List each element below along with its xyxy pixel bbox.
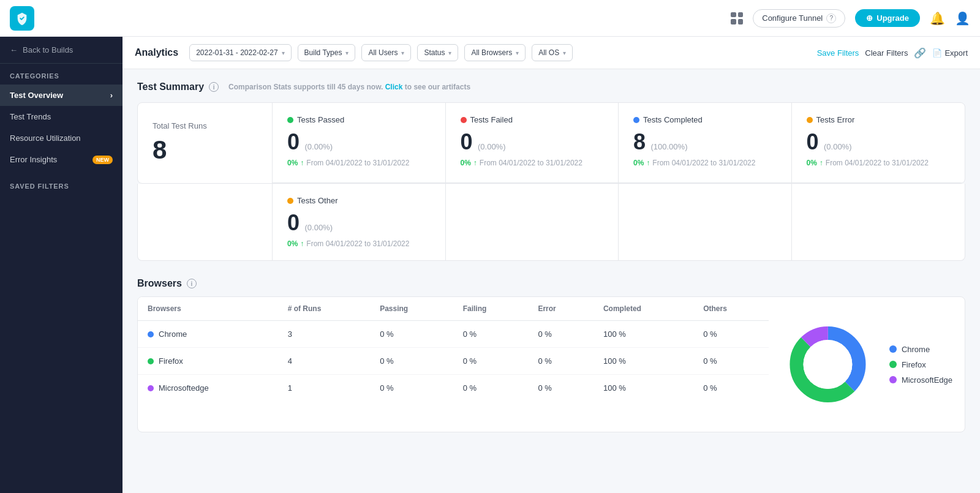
donut-hole — [804, 340, 853, 389]
upgrade-label: Upgrade — [876, 13, 909, 23]
browser-dot — [148, 385, 154, 391]
tests-failed-value: 0 — [461, 129, 473, 154]
logo[interactable] — [10, 6, 34, 31]
grid-icon[interactable] — [731, 12, 743, 24]
tests-passed-change: 0% ↑ From 04/01/2022 to 31/01/2022 — [287, 159, 431, 167]
all-os-value: All OS — [538, 48, 559, 57]
tests-completed-change: 0% ↑ From 04/01/2022 to 31/01/2022 — [633, 159, 777, 167]
browser-name-cell: Microsoftedge — [138, 375, 278, 402]
edge-dot — [889, 376, 897, 383]
status-value: Status — [424, 48, 445, 57]
total-runs-box: Total Test Runs 8 — [138, 103, 273, 183]
export-button[interactable]: 📄 Export — [932, 48, 968, 58]
completed-cell: 100 % — [594, 348, 693, 375]
others-cell: 0 % — [693, 321, 769, 348]
firefox-label: Firefox — [902, 360, 926, 369]
link-icon[interactable]: 🔗 — [914, 47, 926, 59]
chevron-down-icon: ▾ — [563, 50, 566, 56]
sidebar-item-error-insights[interactable]: Error Insights NEW — [0, 149, 123, 170]
other-dot — [287, 198, 293, 204]
sidebar-item-test-trends[interactable]: Test Trends — [0, 106, 123, 127]
clear-filters-button[interactable]: Clear Filters — [865, 48, 908, 58]
content-area: Analytics 2022-01-31 - 2022-02-27 ▾ Buil… — [123, 37, 980, 493]
browser-name-cell: Firefox — [138, 348, 278, 375]
table-header-row: Browsers # of Runs Passing Failing Error… — [138, 297, 769, 321]
tests-failed-percent: (0.00%) — [478, 142, 506, 151]
configure-tunnel-button[interactable]: Configure Tunnel ? — [753, 9, 845, 28]
up-arrow-icon: ↑ — [820, 159, 823, 167]
export-icon: 📄 — [932, 48, 942, 58]
legend-firefox: Firefox — [889, 360, 952, 369]
passed-dot — [287, 117, 293, 123]
user-icon[interactable]: 👤 — [955, 11, 970, 26]
col-browsers: Browsers — [138, 297, 278, 321]
up-arrow-icon: ↑ — [300, 239, 304, 248]
upgrade-button[interactable]: ⊕ Upgrade — [855, 9, 920, 27]
tests-error-change: 0% ↑ From 04/01/2022 to 31/01/2022 — [807, 159, 951, 167]
chevron-right-icon: › — [110, 91, 113, 100]
date-range-filter[interactable]: 2022-01-31 - 2022-02-27 ▾ — [189, 44, 291, 61]
all-os-filter[interactable]: All OS ▾ — [532, 44, 573, 61]
test-summary-title: Test Summary i Comparison Stats supports… — [137, 81, 965, 92]
sidebar-item-resource-utilization[interactable]: Resource Utilization — [0, 127, 123, 149]
chevron-down-icon: ▾ — [282, 50, 285, 56]
save-filters-button[interactable]: Save Filters — [817, 48, 859, 58]
donut-legend: Chrome Firefox MicrosoftEdge — [889, 345, 952, 385]
all-browsers-filter[interactable]: All Browsers ▾ — [464, 44, 526, 61]
passing-cell: 0 % — [370, 375, 453, 402]
status-filter[interactable]: Status ▾ — [417, 44, 458, 61]
categories-label: CATEGORIES — [0, 64, 123, 85]
up-arrow-icon: ↑ — [300, 159, 304, 167]
error-dot — [807, 117, 813, 123]
legend-chrome: Chrome — [889, 345, 952, 354]
back-to-builds[interactable]: ← Back to Builds — [0, 37, 123, 64]
info-icon[interactable]: i — [209, 82, 219, 92]
tests-other-card: Tests Other 0 (0.00%) 0% ↑ From 04/01/20… — [273, 184, 446, 260]
runs-cell: 3 — [278, 321, 371, 348]
tests-passed-card: Tests Passed 0 (0.00%) 0% ↑ From 04/01/2… — [273, 103, 446, 183]
browser-dot — [148, 331, 154, 337]
sidebar-item-label: Error Insights — [10, 155, 57, 164]
browsers-table: Browsers # of Runs Passing Failing Error… — [138, 297, 769, 432]
content-inner: Test Summary i Comparison Stats supports… — [123, 69, 980, 445]
saved-filters-label: SAVED FILTERS — [0, 170, 123, 195]
click-link[interactable]: Click — [385, 83, 403, 91]
tests-completed-percent: (100.00%) — [650, 142, 687, 151]
chevron-down-icon: ▾ — [345, 50, 349, 56]
tests-failed-change: 0% ↑ From 04/01/2022 to 31/01/2022 — [461, 159, 604, 167]
runs-cell: 1 — [278, 375, 371, 402]
date-range-value: 2022-01-31 - 2022-02-27 — [196, 48, 277, 57]
passed-change-pct: 0% — [287, 159, 298, 167]
col-completed: Completed — [594, 297, 693, 321]
navbar-left — [10, 6, 34, 31]
browser-name-cell: Chrome — [138, 321, 278, 348]
bell-icon[interactable]: 🔔 — [930, 11, 945, 26]
donut-chart — [781, 309, 875, 420]
main-layout: ← Back to Builds CATEGORIES Test Overvie… — [0, 37, 980, 493]
analytics-title: Analytics — [135, 47, 178, 58]
sidebar-item-test-overview[interactable]: Test Overview › — [0, 85, 123, 106]
failing-cell: 0 % — [453, 348, 529, 375]
build-types-filter[interactable]: Build Types ▾ — [298, 44, 356, 61]
sidebar-item-label: Resource Utilization — [10, 134, 81, 143]
browsers-info-icon[interactable]: i — [187, 279, 197, 288]
total-value: 8 — [153, 135, 257, 165]
edge-label: MicrosoftEdge — [902, 375, 952, 385]
tests-passed-percent: (0.00%) — [304, 142, 333, 151]
question-icon: ? — [826, 13, 836, 23]
navbar-right: Configure Tunnel ? ⊕ Upgrade 🔔 👤 — [731, 9, 970, 28]
all-users-filter[interactable]: All Users ▾ — [361, 44, 411, 61]
table-row: Firefox 4 0 % 0 % 0 % 100 % 0 % — [138, 348, 769, 375]
tests-other-percent: (0.00%) — [304, 223, 333, 232]
error-cell: 0 % — [528, 375, 594, 402]
completed-dot — [633, 117, 639, 123]
comparison-note: Comparison Stats supports till 45 days n… — [228, 83, 470, 91]
tests-passed-label: Tests Passed — [287, 115, 431, 124]
browsers-title: Browsers i — [137, 278, 965, 289]
test-summary-section: Test Summary i Comparison Stats supports… — [137, 81, 965, 261]
total-label: Total Test Runs — [153, 121, 257, 130]
browser-name-text: Firefox — [159, 356, 183, 366]
runs-cell: 4 — [278, 348, 371, 375]
tests-error-label: Tests Error — [807, 115, 951, 124]
analytics-bar: Analytics 2022-01-31 - 2022-02-27 ▾ Buil… — [123, 37, 980, 69]
